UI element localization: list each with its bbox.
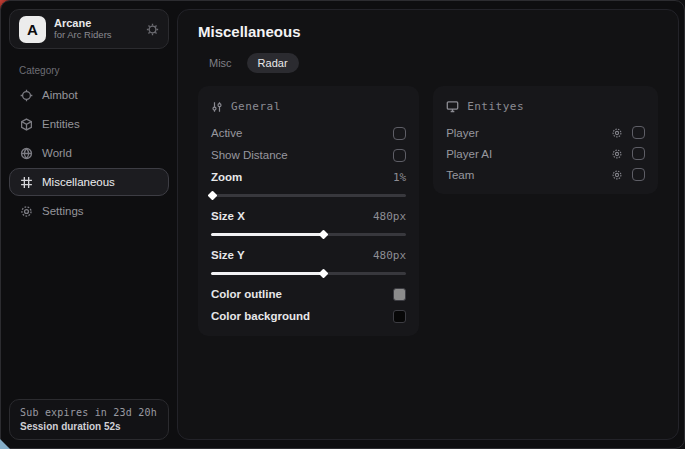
entity-controls bbox=[611, 126, 645, 139]
brand-text: Arcane for Arc Riders bbox=[54, 17, 112, 41]
entity-controls bbox=[611, 168, 645, 181]
entity-gear-icon[interactable] bbox=[611, 127, 623, 139]
gear-icon bbox=[20, 205, 33, 218]
sidebar-item-label: World bbox=[42, 147, 72, 159]
sidebar-item-miscellaneous[interactable]: Miscellaneous bbox=[9, 168, 169, 196]
slider-thumb[interactable] bbox=[319, 229, 329, 239]
category-label: Category bbox=[19, 65, 169, 76]
sidebar: A Arcane for Arc Riders Category bbox=[1, 1, 177, 448]
sidebar-item-world[interactable]: World bbox=[9, 139, 169, 167]
slider-fill bbox=[211, 272, 322, 275]
monitor-icon bbox=[446, 100, 459, 113]
brand-gear-icon[interactable] bbox=[146, 23, 159, 36]
cube-icon bbox=[20, 118, 33, 131]
sidebar-item-label: Entities bbox=[42, 118, 80, 130]
general-card: General Active Show Distance Zoom 1% bbox=[198, 86, 419, 336]
session-duration-text: Session duration 52s bbox=[20, 421, 158, 432]
zoom-value: 1% bbox=[393, 171, 406, 184]
cards-row: General Active Show Distance Zoom 1% bbox=[198, 86, 658, 336]
entity-row-player: Player bbox=[446, 122, 645, 143]
sidebar-item-aimbot[interactable]: Aimbot bbox=[9, 81, 169, 109]
globe-icon bbox=[20, 147, 33, 160]
subscription-card: Sub expires in 23d 20h Session duration … bbox=[9, 399, 169, 440]
entity-gear-icon[interactable] bbox=[611, 148, 623, 160]
team-checkbox[interactable] bbox=[632, 168, 645, 181]
setting-label: Show Distance bbox=[211, 149, 288, 161]
entity-label: Team bbox=[446, 169, 474, 181]
size-y-value: 480px bbox=[373, 249, 406, 262]
sub-expiry-text: Sub expires in 23d 20h bbox=[20, 407, 158, 418]
setting-label: Color outline bbox=[211, 288, 282, 300]
slider-track bbox=[214, 194, 406, 197]
setting-label: Color background bbox=[211, 310, 310, 322]
setting-row-color-outline: Color outline bbox=[211, 283, 406, 305]
show-distance-checkbox[interactable] bbox=[393, 149, 406, 162]
sliders-icon bbox=[211, 101, 223, 113]
setting-row-zoom: Zoom 1% bbox=[211, 166, 406, 188]
brand-subtitle: for Arc Riders bbox=[54, 30, 112, 41]
entity-label: Player AI bbox=[446, 148, 492, 160]
sidebar-item-settings[interactable]: Settings bbox=[9, 197, 169, 225]
crosshair-icon bbox=[20, 89, 33, 102]
brand-name: Arcane bbox=[54, 17, 112, 30]
color-outline-swatch[interactable] bbox=[393, 288, 406, 301]
setting-label: Size X bbox=[211, 210, 245, 222]
setting-row-active: Active bbox=[211, 122, 406, 144]
sidebar-item-entities[interactable]: Entities bbox=[9, 110, 169, 138]
sidebar-item-label: Aimbot bbox=[42, 89, 78, 101]
setting-row-color-background: Color background bbox=[211, 305, 406, 327]
zoom-slider[interactable] bbox=[211, 189, 406, 201]
slider-fill bbox=[211, 233, 322, 236]
desktop-background: A Arcane for Arc Riders Category bbox=[0, 0, 685, 449]
entity-label: Player bbox=[446, 127, 479, 139]
slider-track bbox=[325, 272, 406, 275]
brand-card: A Arcane for Arc Riders bbox=[9, 9, 169, 49]
entity-row-player-ai: Player AI bbox=[446, 143, 645, 164]
app-window: A Arcane for Arc Riders Category bbox=[0, 0, 685, 449]
brand-logo: A bbox=[19, 16, 46, 43]
page-title: Miscellaneous bbox=[198, 23, 658, 40]
tab-misc[interactable]: Misc bbox=[198, 53, 243, 73]
entity-row-team: Team bbox=[446, 164, 645, 185]
slider-thumb[interactable] bbox=[319, 268, 329, 278]
slider-track bbox=[325, 233, 406, 236]
entity-controls bbox=[611, 147, 645, 160]
size-y-slider[interactable] bbox=[211, 267, 406, 279]
setting-label: Size Y bbox=[211, 249, 245, 261]
entities-card-title: Entityes bbox=[467, 100, 524, 113]
slider-thumb[interactable] bbox=[208, 190, 218, 200]
color-background-swatch[interactable] bbox=[393, 310, 406, 323]
setting-label: Active bbox=[211, 127, 242, 139]
general-card-header: General bbox=[211, 100, 406, 113]
setting-label: Zoom bbox=[211, 171, 242, 183]
setting-row-show-distance: Show Distance bbox=[211, 144, 406, 166]
general-card-title: General bbox=[231, 100, 281, 113]
entities-card: Entityes Player bbox=[433, 86, 658, 194]
tab-bar: Misc Radar bbox=[198, 53, 658, 73]
player-ai-checkbox[interactable] bbox=[632, 147, 645, 160]
entities-card-header: Entityes bbox=[446, 100, 645, 113]
player-checkbox[interactable] bbox=[632, 126, 645, 139]
active-checkbox[interactable] bbox=[393, 127, 406, 140]
sidebar-item-label: Miscellaneous bbox=[42, 176, 115, 188]
size-x-slider[interactable] bbox=[211, 228, 406, 240]
setting-row-size-x: Size X 480px bbox=[211, 205, 406, 227]
sidebar-nav: Aimbot Entities bbox=[9, 81, 169, 226]
main-panel: Miscellaneous Misc Radar bbox=[177, 9, 679, 440]
sidebar-item-label: Settings bbox=[42, 205, 84, 217]
grid-icon bbox=[20, 176, 33, 189]
size-x-value: 480px bbox=[373, 210, 406, 223]
setting-row-size-y: Size Y 480px bbox=[211, 244, 406, 266]
cursor-artifact bbox=[0, 439, 10, 449]
tab-radar[interactable]: Radar bbox=[247, 53, 299, 73]
entity-gear-icon[interactable] bbox=[611, 169, 623, 181]
